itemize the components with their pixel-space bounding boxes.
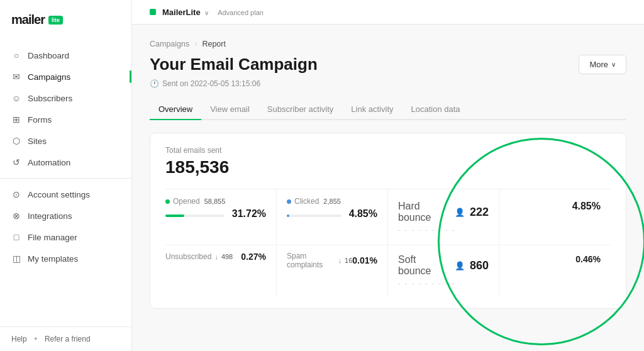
unsubscribed-count-val: 498 (221, 253, 233, 260)
sidebar-item-dashboard[interactable]: ○ Dashboard (0, 45, 131, 66)
breadcrumb: Campaigns › Report (150, 40, 626, 48)
sidebar-item-label: Automation (28, 158, 70, 167)
soft-bounce-pct: 0.46% (575, 254, 601, 264)
main-content: MailerLite ∨ Advanced plan Campaigns › R… (132, 0, 644, 351)
clicked-bar (287, 214, 289, 217)
logo-area: mailer lite (0, 0, 131, 40)
hard-bounce-count: 222 (470, 206, 489, 219)
unsubscribed-label: Unsubscribed (165, 252, 211, 261)
clicked-count: 2,855 (323, 198, 341, 205)
soft-bounce-dashes: - - - - - - - - - (398, 279, 489, 287)
breadcrumb-separator: › (194, 40, 197, 48)
hard-bounce-stat: Hard bounce 👤 222 - - - - - - - - - (388, 189, 499, 245)
account-chevron-icon[interactable]: ∨ (204, 9, 209, 16)
opened-dot (165, 199, 170, 204)
clicked-stat: Clicked 2,855 4.85% (277, 189, 388, 245)
tab-link-activity[interactable]: Link activity (342, 99, 402, 120)
total-sent-label: Total emails sent (165, 146, 611, 155)
hard-bounce-label: Hard bounce (398, 201, 450, 223)
sidebar-item-forms[interactable]: ⊞ Forms (0, 109, 131, 130)
clicked-pct: 4.85% (349, 208, 377, 220)
account-info: MailerLite ∨ (162, 6, 209, 18)
unsubscribed-stat: Unsubscribed ↓ 498 0.27% (165, 245, 277, 296)
hard-bounce-pct: 4.85% (572, 201, 601, 212)
soft-bounce-pct-cell: 0.46% (499, 245, 611, 296)
file-manager-icon: □ (11, 232, 21, 242)
sidebar-item-label: Campaigns (28, 72, 70, 82)
sidebar-item-label: File manager (28, 233, 77, 242)
tab-view-email[interactable]: View email (201, 99, 258, 120)
sidebar-item-subscribers[interactable]: ☺ Subscribers (0, 87, 131, 109)
soft-bounce-stat: Soft bounce 👤 860 - - - - - - - - - (388, 245, 499, 296)
page-header: Your Email Campaign More ∨ (150, 55, 626, 74)
account-settings-icon: ⊙ (11, 189, 21, 199)
stats-card-wrapper: Total emails sent 185,536 Opened 58,855 (150, 133, 626, 309)
content-area: Campaigns › Report Your Email Campaign M… (132, 25, 644, 351)
clicked-dot (287, 199, 291, 204)
dashboard-icon: ○ (11, 50, 21, 60)
account-badge (150, 9, 156, 15)
sidebar-item-label: My templates (28, 254, 78, 264)
spam-pct: 0.01% (352, 255, 377, 265)
sent-info: 🕐 Sent on 2022-05-05 13:15:06 (150, 79, 626, 88)
sidebar-item-campaigns[interactable]: ✉ Campaigns (0, 66, 131, 87)
page-title: Your Email Campaign (150, 55, 318, 74)
soft-bounce-count: 860 (470, 259, 489, 272)
sites-icon: ⬡ (11, 136, 21, 146)
tab-location-data[interactable]: Location data (402, 99, 469, 120)
tab-subscriber-activity[interactable]: Subscriber activity (258, 99, 342, 120)
account-plan: Advanced plan (218, 6, 264, 18)
sidebar-item-my-templates[interactable]: ◫ My templates (0, 248, 131, 269)
logo-text: mailer (11, 13, 45, 27)
account-name: MailerLite (162, 8, 201, 17)
spam-label: Spam complaints (287, 252, 335, 269)
campaigns-icon: ✉ (11, 72, 21, 82)
help-dot: • (35, 335, 37, 343)
breadcrumb-current: Report (202, 40, 226, 48)
spam-stat: Spam complaints ↓ 16 0.01% (277, 245, 388, 296)
my-templates-icon: ◫ (11, 254, 21, 264)
clock-icon: 🕐 (150, 79, 159, 88)
sidebar-item-account-settings[interactable]: ⊙ Account settings (0, 184, 131, 205)
top-bar: MailerLite ∨ Advanced plan (132, 0, 644, 25)
nav-items: ○ Dashboard ✉ Campaigns ☺ Subscribers ⊞ … (0, 40, 131, 326)
person-icon-hard: 👤 (455, 208, 465, 217)
sidebar-item-label: Forms (28, 115, 52, 125)
tabs-bar: Overview View email Subscriber activity … (150, 99, 626, 120)
sidebar-item-automation[interactable]: ↺ Automation (0, 152, 131, 173)
more-button[interactable]: More ∨ (579, 55, 626, 74)
hard-bounce-pct-cell: 4.85% (499, 189, 611, 245)
sidebar-item-label: Dashboard (28, 51, 69, 60)
hard-bounce-dashes: - - - - - - - - - (398, 226, 489, 233)
help-link[interactable]: Help (11, 335, 27, 343)
sent-date: Sent on 2022-05-05 13:15:06 (162, 79, 260, 88)
sidebar: mailer lite ○ Dashboard ✉ Campaigns ☺ Su… (0, 0, 132, 351)
sidebar-item-file-manager[interactable]: □ File manager (0, 226, 131, 248)
sidebar-item-label: Account settings (28, 190, 90, 199)
sidebar-item-integrations[interactable]: ⊗ Integrations (0, 205, 131, 226)
logo-badge: lite (48, 16, 63, 25)
clicked-label: Clicked (294, 197, 319, 206)
opened-bar (165, 214, 184, 217)
opened-stat: Opened 58,855 31.72% (165, 189, 277, 245)
subscribers-icon: ☺ (11, 93, 21, 103)
unsubscribed-pct: 0.27% (241, 252, 266, 262)
nav-divider (0, 178, 131, 179)
spam-count-val: 16 (345, 257, 352, 264)
sidebar-item-label: Subscribers (28, 94, 72, 103)
more-chevron-icon: ∨ (611, 61, 616, 68)
sidebar-item-sites[interactable]: ⬡ Sites (0, 130, 131, 152)
stats-bottom-grid: Unsubscribed ↓ 498 0.27% Spam complaints (165, 245, 611, 296)
opened-count: 58,855 (204, 198, 226, 205)
opened-pct: 31.72% (232, 208, 266, 220)
opened-label: Opened (173, 197, 200, 206)
person-icon-soft: 👤 (455, 261, 465, 270)
soft-bounce-label: Soft bounce (398, 254, 450, 277)
breadcrumb-parent[interactable]: Campaigns (150, 40, 189, 48)
refer-link[interactable]: Refer a friend (45, 335, 91, 343)
sidebar-item-label: Integrations (28, 211, 72, 221)
automation-icon: ↺ (11, 157, 21, 167)
tab-overview[interactable]: Overview (150, 99, 201, 120)
forms-icon: ⊞ (11, 114, 21, 125)
total-sent-value: 185,536 (165, 157, 611, 177)
